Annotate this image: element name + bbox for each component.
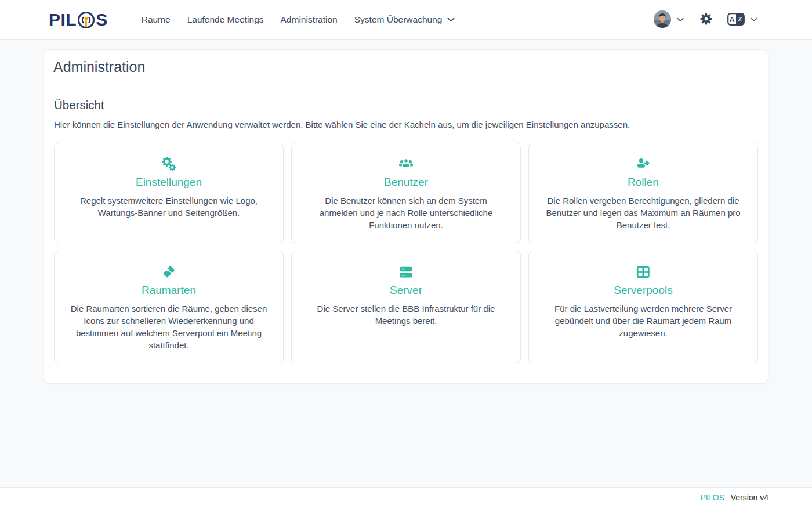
language-menu-button[interactable]: A Z <box>727 13 757 27</box>
pilos-logo-text-left: PIL <box>49 11 77 28</box>
user-menu-button[interactable] <box>654 10 684 30</box>
settings-button[interactable] <box>700 13 712 27</box>
tags-icon <box>70 264 268 281</box>
overview-description: Hier können die Einstellungen der Anwend… <box>54 120 758 129</box>
pilos-logo[interactable]: PIL S <box>49 11 108 29</box>
gear-icon <box>700 13 712 27</box>
tile-benutzer[interactable]: Benutzer Die Benutzer können sich an dem… <box>291 143 521 243</box>
table-cells-icon <box>544 264 742 281</box>
tile-title: Server <box>307 284 505 297</box>
gears-icon <box>70 156 268 173</box>
tile-description: Für die Lastverteilung werden mehrere Se… <box>544 302 742 339</box>
nav-item-label: Administration <box>281 15 338 25</box>
tile-title: Serverpools <box>544 284 742 297</box>
language-icon: A Z <box>727 13 745 27</box>
nav-item-raeume[interactable]: Räume <box>142 15 171 25</box>
tile-description: Die Raumarten sortieren die Räume, geben… <box>70 302 268 351</box>
users-icon <box>307 156 505 173</box>
nav-item-label: System Überwachung <box>354 15 443 25</box>
tile-title: Einstellungen <box>70 176 268 189</box>
footer-pilos-link[interactable]: PILOS <box>700 493 724 502</box>
tile-description: Die Rollen vergeben Berechtigungen, glie… <box>544 194 742 231</box>
pilos-logo-text-right: S <box>96 11 108 28</box>
overview-section: Übersicht Hier können die Einstellungen … <box>44 84 768 383</box>
main-navigation: Räume Laufende Meetings Administration S… <box>142 15 455 25</box>
main-content: Administration Übersicht Hier können die… <box>0 40 812 487</box>
tile-einstellungen[interactable]: Einstellungen Regelt systemweitere Einst… <box>54 143 284 243</box>
tile-description: Die Server stellen die BBB Infrastruktur… <box>307 302 505 327</box>
nav-item-laufende-meetings[interactable]: Laufende Meetings <box>187 15 264 25</box>
tile-description: Regelt systemweitere Einstellungen wie L… <box>70 194 268 219</box>
nav-item-system-ueberwachung[interactable]: System Überwachung <box>354 15 455 25</box>
nav-item-label: Räume <box>142 15 171 25</box>
tile-description: Die Benutzer können sich an dem System a… <box>307 194 505 231</box>
tile-rollen[interactable]: Rollen Die Rollen vergeben Berechtigunge… <box>528 143 758 243</box>
svg-text:Z: Z <box>738 16 742 23</box>
page-title: Administration <box>44 50 768 84</box>
tile-title: Rollen <box>544 176 742 189</box>
pilos-mic-logo-icon <box>77 11 96 29</box>
tile-serverpools[interactable]: Serverpools Für die Lastverteilung werde… <box>528 251 758 363</box>
tile-server[interactable]: Server Die Server stellen die BBB Infras… <box>291 251 521 363</box>
user-avatar-photo <box>654 10 671 30</box>
nav-item-label: Laufende Meetings <box>187 15 264 25</box>
overview-heading: Übersicht <box>54 98 758 112</box>
tile-title: Raumarten <box>70 284 268 297</box>
svg-text:A: A <box>730 15 735 23</box>
chevron-down-icon <box>677 17 684 22</box>
tile-raumarten[interactable]: Raumarten Die Raumarten sortieren die Rä… <box>54 251 284 363</box>
nav-item-administration[interactable]: Administration <box>281 15 338 25</box>
chevron-down-icon <box>751 17 757 22</box>
chevron-down-icon <box>447 17 455 22</box>
admin-tile-grid: Einstellungen Regelt systemweitere Einst… <box>54 143 758 363</box>
administration-card: Administration Übersicht Hier können die… <box>44 49 768 384</box>
footer-version-text: Version v4 <box>731 493 768 502</box>
navbar-right-controls: A Z <box>654 10 757 30</box>
page-footer: PILOS Version v4 <box>0 487 812 508</box>
tile-title: Benutzer <box>307 176 505 189</box>
server-icon <box>307 264 505 281</box>
user-tag-icon <box>544 156 742 173</box>
top-navbar: PIL S Räume Laufende Meetings Administra… <box>0 0 812 40</box>
